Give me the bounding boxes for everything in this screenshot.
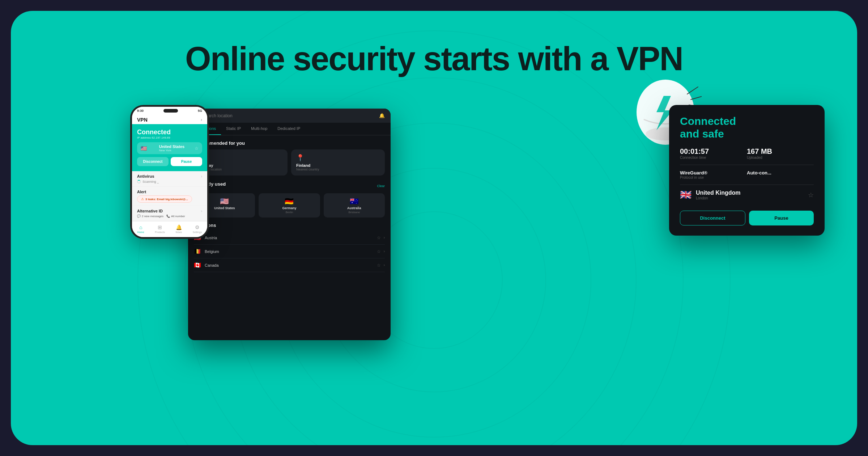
desktop-de-name: Germany bbox=[282, 206, 296, 210]
phone-alert-message: 3 leaks: Email big.lebowski@... bbox=[145, 198, 188, 201]
desktop-at-chevron-icon: › bbox=[384, 236, 385, 240]
rp-uk-flag-icon: 🇬🇧 bbox=[680, 189, 692, 200]
rp-title-line2: and safe bbox=[680, 128, 724, 140]
rp-pause-button[interactable]: Pause bbox=[749, 211, 814, 225]
phone-alert-row: Alert bbox=[137, 190, 202, 194]
phone-messages-icon: 💬 bbox=[137, 215, 141, 218]
phone-scan-spinner bbox=[137, 180, 141, 183]
rp-protocol-info: WireGuard® Protocol in use bbox=[680, 170, 747, 180]
desktop-clear-button[interactable]: Clear bbox=[377, 184, 385, 188]
page-headline: Online security starts with a VPN bbox=[185, 40, 683, 78]
phone-app-header: VPN › bbox=[132, 114, 207, 124]
rp-autoconnect-info: Auto-con... bbox=[747, 170, 814, 180]
svg-line-2 bbox=[687, 87, 698, 94]
phone-scanning-text: Scanning _ bbox=[142, 180, 159, 183]
rp-city-name: London bbox=[696, 196, 741, 200]
phone-news-icon: 🔔 bbox=[176, 224, 182, 230]
phone-nav-home[interactable]: ⌂ Home bbox=[137, 224, 144, 233]
rp-connection-time-value: 00:01:57 bbox=[680, 147, 747, 156]
desktop-location-canada[interactable]: 🇨🇦 Canada ☆ › bbox=[194, 258, 385, 272]
phone-bottom-nav: ⌂ Home ⊞ Products 🔔 News ⚙ Settings bbox=[132, 221, 207, 237]
rp-protocol-label: Protocol in use bbox=[680, 176, 747, 180]
rp-divider bbox=[680, 165, 814, 165]
phone-alert-section: Alert ⚠ 3 leaks: Email big.lebowski@... bbox=[132, 187, 207, 206]
desktop-ca-star-icon[interactable]: ☆ bbox=[377, 263, 381, 268]
tab-static-ip[interactable]: Static IP bbox=[221, 123, 246, 135]
desktop-nearest-icon: 📍 bbox=[296, 154, 380, 162]
phone-status-bar: 9:30 5G bbox=[132, 107, 207, 114]
desktop-recent-de[interactable]: 🇩🇪 Germany Berlin bbox=[259, 193, 320, 218]
phone-products-label: Products bbox=[155, 231, 165, 233]
desktop-be-star-icon[interactable]: ☆ bbox=[377, 249, 381, 254]
phone-alt-id-chevron-icon: › bbox=[201, 209, 202, 213]
phone-home-icon: ⌂ bbox=[139, 224, 142, 230]
desktop-at-name: Austria bbox=[205, 236, 377, 240]
rp-disconnect-button[interactable]: Disconnect bbox=[680, 211, 745, 225]
desktop-at-star-icon[interactable]: ☆ bbox=[377, 235, 381, 240]
phone-scanning-row: Scanning _ bbox=[137, 180, 202, 183]
desktop-de-city: Berlin bbox=[286, 211, 293, 214]
desktop-au-flag-icon: 🇦🇺 bbox=[350, 197, 359, 206]
desktop-ca-flag-icon: 🇨🇦 bbox=[194, 262, 201, 269]
phone-alt-id-title: Alternative ID bbox=[137, 209, 163, 213]
phone-antivirus-title: Antivirus bbox=[137, 174, 154, 178]
phone-pause-button[interactable]: Pause bbox=[171, 157, 202, 166]
phone-alt-number-chip: 📞 Alt number bbox=[166, 215, 185, 218]
phone-alt-number-icon: 📞 bbox=[166, 215, 170, 218]
desktop-finland-name: Finland bbox=[296, 163, 380, 168]
phone-nav-settings[interactable]: ⚙ Settings bbox=[193, 224, 202, 233]
phone-app-title: VPN bbox=[137, 117, 148, 123]
phone-messages-text: 2 new messages bbox=[142, 215, 163, 218]
phone-button-row: Disconnect Pause bbox=[137, 157, 202, 166]
phone-location-row[interactable]: 🇺🇸 United States New York ☆ bbox=[137, 142, 202, 154]
desktop-ca-name: Canada bbox=[205, 263, 377, 267]
rp-uploaded-value: 167 MB bbox=[747, 147, 814, 156]
rp-connection-time-stat: 00:01:57 Connection time bbox=[680, 147, 747, 160]
rp-location-star-icon[interactable]: ☆ bbox=[808, 191, 814, 199]
phone-city-name: New York bbox=[159, 149, 184, 152]
phone-settings-icon: ⚙ bbox=[195, 224, 200, 230]
desktop-be-flag-icon: 🇧🇪 bbox=[194, 248, 201, 255]
svg-line-3 bbox=[691, 96, 702, 100]
phone-mockup: 9:30 5G VPN › Connected IP address 62.19… bbox=[130, 105, 224, 239]
phone-star-icon[interactable]: ☆ bbox=[195, 146, 199, 151]
phone-ip-address: IP address 62.197.149.69 bbox=[137, 136, 202, 139]
rp-connection-time-label: Connection time bbox=[680, 156, 747, 160]
phone-alt-id-chips: 💬 2 new messages 📞 Alt number bbox=[137, 215, 202, 218]
phone-antivirus-chevron-icon: › bbox=[201, 174, 202, 178]
desktop-search-input[interactable] bbox=[203, 113, 376, 118]
desktop-finland-sub: Nearest country bbox=[296, 168, 380, 171]
phone-alt-id-row[interactable]: Alternative ID › bbox=[137, 209, 202, 213]
tab-multi-hop[interactable]: Multi-hop bbox=[246, 123, 272, 135]
tab-dedicated-ip[interactable]: Dedicated IP bbox=[272, 123, 305, 135]
desktop-recent-au[interactable]: 🇦🇺 Australia Brisbane bbox=[324, 193, 385, 218]
desktop-de-flag-icon: 🇩🇪 bbox=[285, 197, 294, 206]
desktop-server-finland[interactable]: 📍 Finland Nearest country bbox=[291, 149, 385, 176]
phone-alert-badge[interactable]: ⚠ 3 leaks: Email big.lebowski@... bbox=[137, 195, 192, 203]
rp-uploaded-stat: 167 MB Uploaded bbox=[747, 147, 814, 160]
rp-country-name: United Kingdom bbox=[696, 190, 741, 196]
desktop-be-chevron-icon: › bbox=[384, 249, 385, 253]
rp-location-row[interactable]: 🇬🇧 United Kingdom London ☆ bbox=[680, 185, 814, 205]
phone-antivirus-section: Antivirus › Scanning _ bbox=[132, 171, 207, 187]
phone-alt-number-text: Alt number bbox=[171, 215, 185, 218]
phone-home-label: Home bbox=[137, 231, 144, 233]
desktop-au-name: Australia bbox=[347, 206, 361, 210]
phone-antivirus-row[interactable]: Antivirus › bbox=[137, 174, 202, 178]
desktop-notification-icon[interactable]: 🔔 bbox=[379, 113, 385, 118]
phone-products-icon: ⊞ bbox=[158, 224, 162, 230]
rp-title-line1: Connected bbox=[680, 115, 736, 127]
right-panel-connected: Connected and safe 00:01:57 Connection t… bbox=[669, 105, 825, 236]
phone-disconnect-button[interactable]: Disconnect bbox=[137, 157, 169, 166]
phone-header-chevron-icon: › bbox=[201, 117, 202, 122]
desktop-location-belgium[interactable]: 🇧🇪 Belgium ☆ › bbox=[194, 245, 385, 258]
phone-nav-news[interactable]: 🔔 News bbox=[176, 224, 182, 233]
phone-connected-title: Connected bbox=[137, 128, 202, 136]
phone-country-flag: 🇺🇸 bbox=[141, 145, 147, 151]
phone-alt-id-section: Alternative ID › 💬 2 new messages 📞 Alt … bbox=[132, 206, 207, 221]
rp-uploaded-label: Uploaded bbox=[747, 156, 814, 160]
phone-settings-label: Settings bbox=[193, 231, 202, 233]
phone-country-name: United States bbox=[159, 144, 184, 149]
phone-time: 9:30 bbox=[137, 109, 144, 113]
phone-nav-products[interactable]: ⊞ Products bbox=[155, 224, 165, 233]
